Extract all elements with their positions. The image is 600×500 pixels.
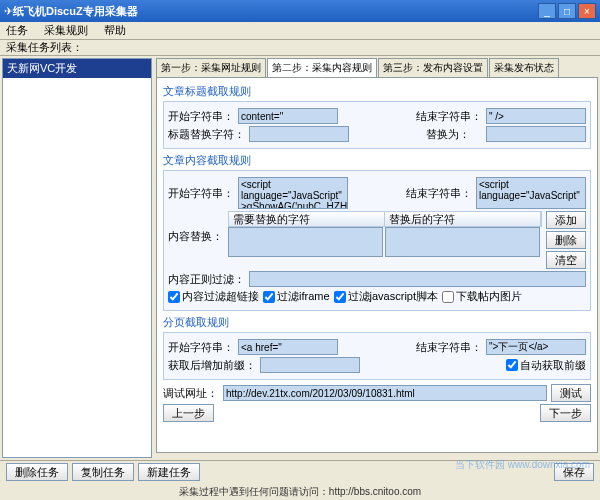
regex-filter-label: 内容正则过滤： <box>168 272 245 287</box>
tab-step2[interactable]: 第二步：采集内容规则 <box>267 58 377 77</box>
close-button[interactable]: × <box>578 3 596 19</box>
chk-filter-js[interactable]: 过滤javascript脚本 <box>334 289 438 304</box>
title-end-label: 结束字符串： <box>416 109 482 124</box>
delete-button[interactable]: 删除 <box>546 231 586 249</box>
content-rule-heading: 文章内容截取规则 <box>163 153 591 168</box>
footer-message: 采集过程中遇到任何问题请访问：http://bbs.cnitoo.com <box>6 485 594 499</box>
tasklist-label: 采集任务列表： <box>0 40 600 56</box>
app-icon: ✈ <box>4 5 13 18</box>
tab-step3[interactable]: 第三步：发布内容设置 <box>378 58 488 77</box>
title-rule-heading: 文章标题截取规则 <box>163 84 591 99</box>
prev-step-button[interactable]: 上一步 <box>163 404 214 422</box>
step2-panel: 文章标题截取规则 开始字符串： 结束字符串： 标题替换字符： 替换为： 文 <box>156 77 598 453</box>
page-end-label: 结束字符串： <box>416 340 482 355</box>
title-start-input[interactable] <box>238 108 338 124</box>
replace-from-input[interactable] <box>228 227 383 257</box>
replace-col1: 需要替换的字符 <box>229 212 385 226</box>
menu-rules[interactable]: 采集规则 <box>44 23 88 38</box>
content-start-input[interactable]: <script language="JavaScript" >qShowAG('… <box>238 177 348 209</box>
page-start-label: 开始字符串： <box>168 340 234 355</box>
chk-download-img[interactable]: 下载帖内图片 <box>442 289 522 304</box>
delete-task-button[interactable]: 删除任务 <box>6 463 68 481</box>
test-button[interactable]: 测试 <box>551 384 591 402</box>
menu-help[interactable]: 帮助 <box>104 23 126 38</box>
regex-filter-input[interactable] <box>249 271 586 287</box>
replace-to-input[interactable] <box>385 227 540 257</box>
titlebar: ✈ 纸飞机DiscuZ专用采集器 _ □ × <box>0 0 600 22</box>
title-end-input[interactable] <box>486 108 586 124</box>
task-sidebar: 天新网VC开发 <box>2 58 152 458</box>
step-tabs: 第一步：采集网址规则 第二步：采集内容规则 第三步：发布内容设置 采集发布状态 <box>156 58 598 77</box>
new-task-button[interactable]: 新建任务 <box>138 463 200 481</box>
tab-step1[interactable]: 第一步：采集网址规则 <box>156 58 266 77</box>
content-start-label: 开始字符串： <box>168 186 234 201</box>
watermark: 当下软件园 www.downxia.com <box>455 458 590 472</box>
maximize-button[interactable]: □ <box>558 3 576 19</box>
window-title: 纸飞机DiscuZ专用采集器 <box>13 4 536 19</box>
page-end-input[interactable] <box>486 339 586 355</box>
content-replace-label: 内容替换： <box>168 229 224 244</box>
add-button[interactable]: 添加 <box>546 211 586 229</box>
test-url-label: 调试网址： <box>163 386 219 401</box>
menubar: 任务 采集规则 帮助 <box>0 22 600 40</box>
title-start-label: 开始字符串： <box>168 109 234 124</box>
chk-auto-prefix[interactable]: 自动获取前缀 <box>506 358 586 373</box>
page-prefix-label: 获取后增加前缀： <box>168 358 256 373</box>
test-url-input[interactable] <box>223 385 547 401</box>
menu-task[interactable]: 任务 <box>6 23 28 38</box>
chk-filter-links[interactable]: 内容过滤超链接 <box>168 289 259 304</box>
page-prefix-input[interactable] <box>260 357 360 373</box>
page-rule-heading: 分页截取规则 <box>163 315 591 330</box>
content-end-label: 结束字符串： <box>406 186 472 201</box>
minimize-button[interactable]: _ <box>538 3 556 19</box>
content-end-input[interactable]: <script language="JavaScript" <box>476 177 586 209</box>
clear-button[interactable]: 清空 <box>546 251 586 269</box>
sidebar-item-task[interactable]: 天新网VC开发 <box>3 59 151 78</box>
tab-step4[interactable]: 采集发布状态 <box>489 58 559 77</box>
copy-task-button[interactable]: 复制任务 <box>72 463 134 481</box>
replace-col2: 替换后的字符 <box>385 212 541 226</box>
title-replaceto-label: 替换为： <box>426 127 482 142</box>
chk-filter-iframe[interactable]: 过滤iframe <box>263 289 330 304</box>
title-replace-input[interactable] <box>249 126 349 142</box>
title-replace-label: 标题替换字符： <box>168 127 245 142</box>
page-start-input[interactable] <box>238 339 338 355</box>
next-step-button[interactable]: 下一步 <box>540 404 591 422</box>
title-replaceto-input[interactable] <box>486 126 586 142</box>
